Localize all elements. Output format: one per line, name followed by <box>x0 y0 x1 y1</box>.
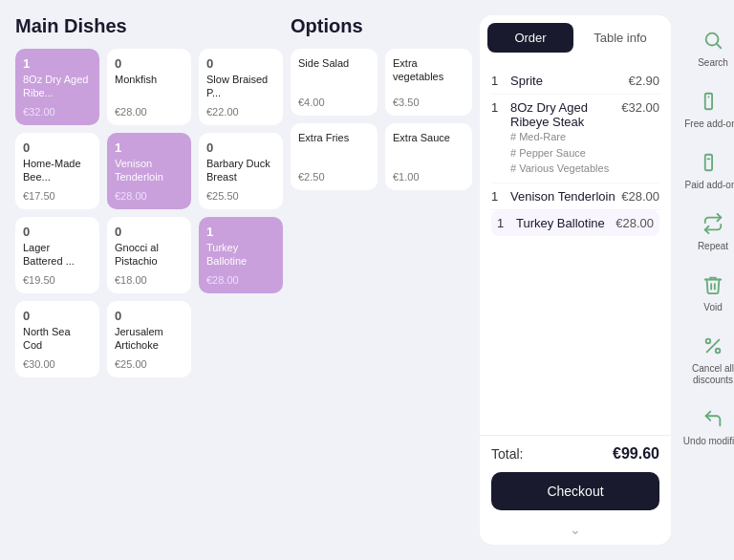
order-tab[interactable]: Table info <box>577 23 663 53</box>
option-card[interactable]: Extra vegetables €3.50 <box>385 49 472 116</box>
dish-price: €30.00 <box>23 358 92 370</box>
dish-price: €25.00 <box>115 358 184 370</box>
svg-point-8 <box>716 349 721 354</box>
sidebar-label: Cancel all discounts <box>682 363 734 386</box>
option-name: Extra Fries <box>298 131 349 144</box>
sidebar-item-undo-modifier[interactable]: Undo modifier <box>679 398 734 455</box>
item-name: Turkey Ballotine <box>516 216 610 230</box>
option-card[interactable]: Extra Sauce €1.00 <box>385 123 472 190</box>
sidebar: Search Free add-ons Paid add-ons Repeat … <box>679 15 734 545</box>
dish-card[interactable]: 0 Gnocci al Pistachio €18.00 <box>107 217 191 293</box>
dish-name: Gnocci al Pistachio <box>115 241 184 270</box>
options-grid: Side Salad €4.00 Extra vegetables €3.50 … <box>291 49 472 190</box>
item-qty: 1 <box>491 189 505 204</box>
app-container: Main Dishes 1 8Oz Dry Aged Ribe... €32.0… <box>0 0 734 560</box>
item-name: Venison Tenderloin <box>510 189 615 204</box>
undo-icon <box>700 405 726 432</box>
option-name: Extra vegetables <box>393 56 464 84</box>
dish-qty: 0 <box>23 309 92 323</box>
dish-card[interactable]: 1 8Oz Dry Aged Ribe... €32.00 <box>15 49 99 125</box>
sidebar-item-cancel-all-discounts[interactable]: Cancel all discounts <box>679 325 734 394</box>
tag-paid-icon <box>700 149 726 176</box>
item-price: €2.90 <box>628 74 659 88</box>
svg-point-7 <box>706 339 711 344</box>
item-name: 8Oz Dry Aged Ribeye Steak <box>510 100 615 129</box>
option-card[interactable]: Side Salad €4.00 <box>291 49 378 116</box>
sidebar-label: Search <box>698 57 728 69</box>
dish-name: North Sea Cod <box>23 325 92 355</box>
dish-qty: 0 <box>115 309 184 323</box>
sidebar-label: Repeat <box>698 241 728 252</box>
dish-name: Slow Braised P... <box>206 73 275 102</box>
tag-icon <box>700 88 726 115</box>
sidebar-label: Void <box>703 302 722 313</box>
chevron-down-icon: ⌄ <box>480 518 671 545</box>
dish-name: Jerusalem Artichoke <box>115 325 184 355</box>
dish-name: Lager Battered ... <box>23 241 92 270</box>
main-dishes-panel: Main Dishes 1 8Oz Dry Aged Ribe... €32.0… <box>15 15 283 545</box>
dish-card[interactable]: 1 Venison Tenderloin €28.00 <box>107 133 191 209</box>
repeat-icon <box>700 210 726 237</box>
order-panel: OrderTable info 1 Sprite €2.90 1 8Oz Dry… <box>480 15 671 545</box>
dish-card[interactable]: 1 Turkey Ballotine €28.00 <box>199 217 283 293</box>
dish-card[interactable]: 0 Jerusalem Artichoke €25.00 <box>107 301 191 377</box>
sidebar-item-free-add-ons[interactable]: Free add-ons <box>679 80 734 138</box>
dish-price: €28.00 <box>206 274 275 286</box>
sidebar-label: Free add-ons <box>684 118 734 130</box>
order-total: Total: €99.60 <box>480 435 671 472</box>
options-title: Options <box>291 15 472 37</box>
option-price: €3.50 <box>393 97 420 108</box>
order-item[interactable]: 1 Venison Tenderloin €28.00 <box>491 183 659 210</box>
order-item[interactable]: 1 8Oz Dry Aged Ribeye Steak # Med-Rare# … <box>491 95 659 183</box>
order-item[interactable]: 1 Sprite €2.90 <box>491 68 659 95</box>
dish-card[interactable]: 0 Slow Braised P... €22.00 <box>199 49 283 125</box>
dish-card[interactable]: 0 Lager Battered ... €19.50 <box>15 217 99 293</box>
dish-price: €25.50 <box>206 190 275 202</box>
dish-price: €19.50 <box>23 274 92 286</box>
discount-icon <box>700 333 726 359</box>
item-info: Sprite <box>510 74 622 88</box>
sidebar-label: Undo modifier <box>683 436 734 447</box>
total-label: Total: <box>491 446 523 462</box>
option-price: €1.00 <box>393 171 420 183</box>
sidebar-item-void[interactable]: Void <box>679 264 734 321</box>
dish-name: Barbary Duck Breast <box>206 157 275 186</box>
sidebar-item-paid-add-ons[interactable]: Paid add-ons <box>679 141 734 199</box>
item-info: Turkey Ballotine <box>516 216 610 230</box>
main-dishes-title: Main Dishes <box>15 15 283 37</box>
total-amount: €99.60 <box>613 445 659 463</box>
svg-line-1 <box>717 44 721 48</box>
dish-price: €17.50 <box>23 190 92 202</box>
dish-card[interactable]: 0 North Sea Cod €30.00 <box>15 301 99 377</box>
svg-line-6 <box>707 340 720 353</box>
sidebar-item-search[interactable]: Search <box>679 19 734 76</box>
dish-name: Turkey Ballotine <box>206 241 275 270</box>
dish-card[interactable]: 0 Monkfish €28.00 <box>107 49 191 125</box>
dish-qty: 0 <box>206 140 275 155</box>
item-mods: # Med-Rare# Pepper Sauce# Various Vegeta… <box>510 129 615 177</box>
svg-rect-2 <box>705 94 712 110</box>
option-card[interactable]: Extra Fries €2.50 <box>291 123 378 190</box>
order-tabs: OrderTable info <box>480 15 671 60</box>
order-tab[interactable]: Order <box>487 23 573 53</box>
sidebar-item-repeat[interactable]: Repeat <box>679 203 734 260</box>
dish-name: Venison Tenderloin <box>115 157 184 186</box>
item-qty: 1 <box>491 100 505 115</box>
checkout-button[interactable]: Checkout <box>491 472 659 510</box>
dish-name: 8Oz Dry Aged Ribe... <box>23 73 92 102</box>
dish-qty: 0 <box>23 225 92 239</box>
dish-price: €32.00 <box>23 106 92 118</box>
item-name: Sprite <box>510 74 622 88</box>
dish-price: €18.00 <box>115 274 184 286</box>
dish-card[interactable]: 0 Home-Made Bee... €17.50 <box>15 133 99 209</box>
dish-name: Home-Made Bee... <box>23 157 92 186</box>
order-item[interactable]: 1 Turkey Ballotine €28.00 <box>491 210 659 236</box>
option-name: Extra Sauce <box>393 131 450 144</box>
dish-card[interactable]: 0 Barbary Duck Breast €25.50 <box>199 133 283 209</box>
dish-qty: 0 <box>206 56 275 71</box>
order-items-list: 1 Sprite €2.90 1 8Oz Dry Aged Ribeye Ste… <box>480 60 671 435</box>
dish-qty: 1 <box>23 56 92 71</box>
options-panel: Options Side Salad €4.00 Extra vegetable… <box>291 15 472 545</box>
item-price: €28.00 <box>615 216 654 230</box>
option-price: €2.50 <box>298 171 325 183</box>
